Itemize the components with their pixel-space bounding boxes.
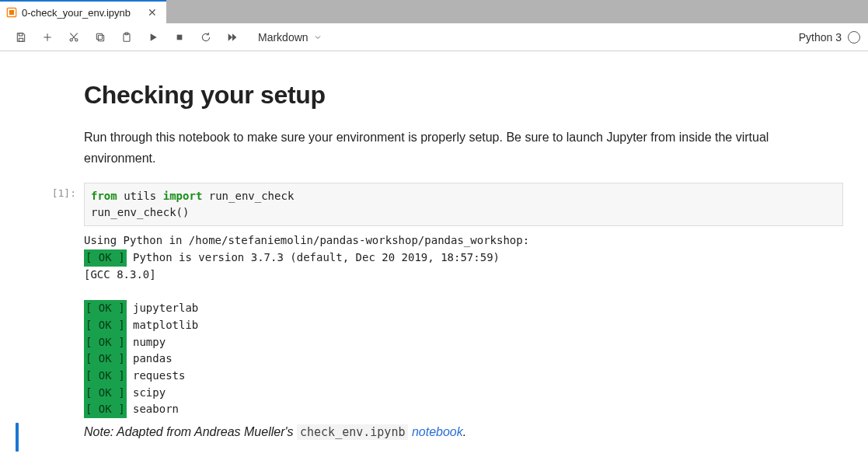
kw-import: import <box>163 190 203 202</box>
code-call: run_env_check() <box>91 206 189 218</box>
prompt-empty <box>16 421 84 454</box>
svg-rect-15 <box>177 34 183 40</box>
intro-text: Run through this notebook to make sure y… <box>84 127 843 169</box>
page-title: Checking your setup <box>84 81 843 110</box>
ok-badge: [ OK ] <box>84 385 127 402</box>
prompt-empty <box>16 67 84 180</box>
svg-rect-2 <box>19 33 23 35</box>
cell-prompt: [1]: <box>16 183 84 418</box>
copy-button[interactable] <box>87 26 113 48</box>
cell-type-label: Markdown <box>258 31 309 44</box>
cut-button[interactable] <box>61 26 87 48</box>
tab-active[interactable]: 0-check_your_env.ipynb ✕ <box>0 0 166 23</box>
ok-badge: [ OK ] <box>84 401 127 418</box>
close-icon[interactable]: ✕ <box>146 5 159 19</box>
toolbar: Markdown Python 3 <box>0 23 868 51</box>
paste-button[interactable] <box>113 26 140 48</box>
cell-type-selector[interactable]: Markdown <box>253 28 327 47</box>
kernel-name[interactable]: Python 3 <box>799 31 842 44</box>
note-link[interactable]: notebook <box>412 425 463 438</box>
ok-badge: [ OK ] <box>84 368 127 385</box>
tab-bar: 0-check_your_env.ipynb ✕ <box>0 0 868 23</box>
note-prefix: Note: Adapted from Andreas Mueller's <box>84 425 297 438</box>
markdown-cell[interactable]: Checking your setup Run through this not… <box>0 65 868 181</box>
tab-title: 0-check_your_env.ipynb <box>22 7 131 19</box>
run-button[interactable] <box>140 26 166 48</box>
ok-badge: [ OK ] <box>84 334 127 351</box>
code-cell[interactable]: [1]: from utils import run_env_check run… <box>0 181 868 420</box>
interrupt-button[interactable] <box>166 26 193 48</box>
code-name: run_env_check <box>209 190 295 202</box>
ok-badge: [ OK ] <box>84 351 127 368</box>
svg-rect-11 <box>96 33 102 39</box>
svg-marker-14 <box>151 33 157 40</box>
svg-rect-3 <box>19 38 23 41</box>
kernel-status-idle-icon[interactable] <box>848 31 860 44</box>
svg-rect-10 <box>98 35 103 40</box>
svg-point-6 <box>70 38 72 40</box>
note-code: check_env.ipynb <box>297 424 408 440</box>
svg-point-7 <box>75 38 78 40</box>
ok-badge: [ OK ] <box>84 249 127 267</box>
note-suffix: . <box>463 425 466 438</box>
code-module: utils <box>124 190 156 202</box>
save-button[interactable] <box>8 26 34 48</box>
note-paragraph: Note: Adapted from Andreas Mueller's che… <box>84 421 843 443</box>
ok-badge: [ OK ] <box>84 300 127 317</box>
code-output: Using Python in /home/stefaniemolin/pand… <box>84 226 843 418</box>
insert-cell-button[interactable] <box>34 26 61 48</box>
restart-button[interactable] <box>193 26 219 48</box>
ok-badge: [ OK ] <box>84 317 127 334</box>
svg-marker-16 <box>228 33 232 40</box>
restart-run-all-button[interactable] <box>219 26 246 48</box>
notebook-area[interactable]: Checking your setup Run through this not… <box>0 51 868 464</box>
kw-from: from <box>91 190 117 202</box>
svg-rect-1 <box>9 10 14 15</box>
chevron-down-icon <box>313 33 322 42</box>
svg-marker-17 <box>232 33 236 40</box>
markdown-note-cell[interactable]: Note: Adapted from Andreas Mueller's che… <box>0 420 868 455</box>
notebook-icon <box>6 7 17 18</box>
code-input[interactable]: from utils import run_env_check run_env_… <box>84 183 843 226</box>
